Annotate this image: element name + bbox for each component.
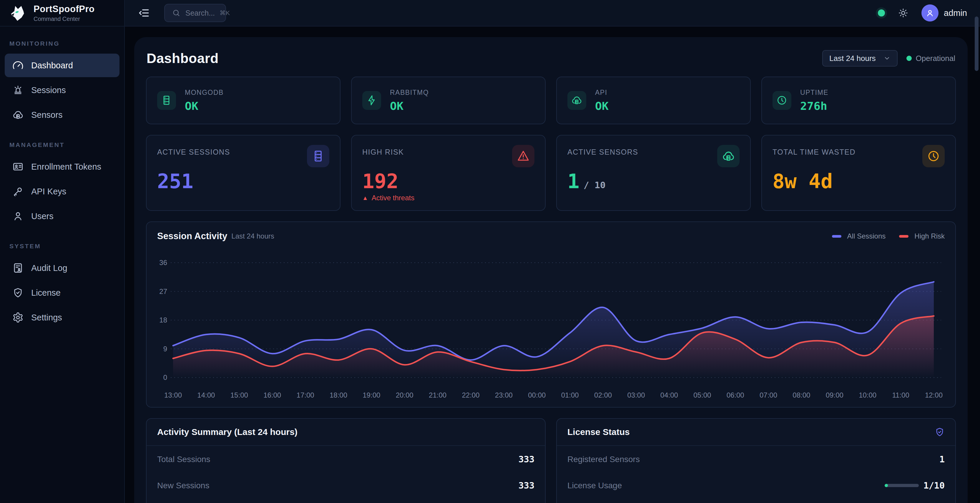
- legend-high-risk-label: High Risk: [914, 232, 945, 240]
- audit-log-icon: [12, 262, 24, 274]
- svg-text:09:00: 09:00: [826, 391, 843, 399]
- sidebar-item-api-keys[interactable]: API Keys: [5, 180, 119, 203]
- stat-label: ACTIVE SENSORS: [567, 145, 638, 156]
- service-label: API: [595, 89, 609, 97]
- chart-legend: All Sessions High Risk: [832, 232, 945, 240]
- search-box[interactable]: ⌘K: [164, 4, 226, 22]
- table-row: New Sessions 333: [146, 472, 545, 498]
- sidebar-item-label: Sensors: [31, 110, 62, 120]
- shield-check-icon: [12, 287, 24, 298]
- sidebar-item-settings[interactable]: Settings: [5, 306, 119, 329]
- collapse-sidebar-icon: [138, 7, 150, 19]
- user-icon: [12, 211, 24, 222]
- time-range-select[interactable]: Last 24 hours: [822, 50, 897, 67]
- sidebar-item-label: Dashboard: [31, 61, 73, 70]
- id-card-icon: [12, 161, 24, 172]
- username: admin: [944, 8, 967, 18]
- shield-check-icon: [935, 427, 945, 437]
- chart-subtitle: Last 24 hours: [231, 232, 274, 240]
- table-row: License Usage 1/10: [557, 472, 955, 498]
- service-card-api: API OK: [556, 77, 751, 124]
- svg-text:07:00: 07:00: [760, 391, 777, 399]
- stat-label: HIGH RISK: [362, 145, 404, 156]
- server-icon: [307, 145, 329, 167]
- brand-subtitle: Command Center: [33, 16, 95, 22]
- sidebar-collapse-button[interactable]: [138, 7, 150, 19]
- main-area: ⌘K admin Dashboard: [125, 0, 980, 503]
- activity-summary-card: Activity Summary (Last 24 hours) Total S…: [146, 418, 546, 503]
- table-row: High Risk 192: [146, 498, 545, 503]
- svg-text:19:00: 19:00: [363, 391, 380, 399]
- sidebar-item-users[interactable]: Users: [5, 204, 119, 228]
- cloud-server-icon: [717, 145, 740, 167]
- stat-label: ACTIVE SESSIONS: [157, 145, 230, 156]
- siren-icon: [12, 85, 24, 96]
- sidebar: PortSpoofPro Command Center MONITORING D…: [0, 0, 125, 503]
- sun-icon: [898, 8, 908, 18]
- svg-text:0: 0: [163, 374, 167, 382]
- search-shortcut-hint: ⌘K: [220, 10, 230, 16]
- license-status-title: License Status: [567, 427, 630, 437]
- stat-card-time-wasted: TOTAL TIME WASTED 8w 4d: [761, 135, 956, 211]
- search-icon: [172, 8, 181, 18]
- time-range-value: Last 24 hours: [829, 54, 876, 63]
- svg-text:02:00: 02:00: [594, 391, 612, 399]
- service-card-mongodb: MONGODB OK: [146, 77, 340, 124]
- operational-status: Operational: [907, 54, 955, 63]
- stat-card-active-sessions: ACTIVE SESSIONS 251: [146, 135, 340, 211]
- alert-triangle-icon: [512, 145, 535, 167]
- sidebar-item-dashboard[interactable]: Dashboard: [5, 54, 119, 77]
- user-menu[interactable]: admin: [921, 5, 967, 21]
- sidebar-item-sessions[interactable]: Sessions: [5, 78, 119, 102]
- stat-value: 8w 4d: [773, 171, 833, 192]
- legend-all-sessions-label: All Sessions: [847, 232, 886, 240]
- svg-text:18: 18: [159, 316, 167, 324]
- theme-toggle-button[interactable]: [898, 8, 908, 18]
- service-value: OK: [390, 99, 429, 112]
- brand: PortSpoofPro Command Center: [0, 0, 124, 27]
- svg-text:23:00: 23:00: [495, 391, 513, 399]
- database-icon: [157, 91, 176, 110]
- clock-icon: [773, 91, 791, 110]
- table-row: Total Sessions 333: [146, 446, 545, 472]
- legend-high-risk-swatch: [899, 235, 908, 238]
- stat-card-high-risk: HIGH RISK 192 ▲ Active threats: [351, 135, 546, 211]
- clock-icon: [922, 145, 945, 167]
- active-threats-note: ▲ Active threats: [362, 194, 414, 202]
- operational-dot: [907, 56, 912, 61]
- svg-text:16:00: 16:00: [263, 391, 281, 399]
- sidebar-item-license[interactable]: License: [5, 281, 119, 305]
- sidebar-item-label: Users: [31, 211, 54, 221]
- service-card-rabbitmq: RABBITMQ OK: [351, 77, 546, 124]
- svg-text:13:00: 13:00: [164, 391, 182, 399]
- svg-text:03:00: 03:00: [627, 391, 645, 399]
- svg-text:05:00: 05:00: [694, 391, 711, 399]
- license-status-card: License Status Registered Sensors 1 Lice…: [556, 418, 956, 503]
- stat-label: TOTAL TIME WASTED: [773, 145, 856, 156]
- svg-text:17:00: 17:00: [297, 391, 314, 399]
- sidebar-item-enrollment-tokens[interactable]: Enrollment Tokens: [5, 155, 119, 179]
- stat-value: 1: [567, 171, 579, 192]
- service-value: OK: [185, 99, 224, 112]
- svg-text:10:00: 10:00: [859, 391, 877, 399]
- sidebar-item-label: Enrollment Tokens: [31, 162, 101, 172]
- chevron-down-icon: [883, 55, 891, 62]
- table-row: Registered Sensors 1: [557, 446, 955, 472]
- gear-icon: [12, 312, 24, 323]
- service-card-uptime: UPTIME 276h: [761, 77, 956, 124]
- svg-text:12:00: 12:00: [925, 391, 943, 399]
- sidebar-section-monitoring: MONITORING: [0, 27, 124, 53]
- svg-text:01:00: 01:00: [561, 391, 579, 399]
- license-usage-fill: [885, 484, 888, 487]
- sidebar-item-audit-log[interactable]: Audit Log: [5, 256, 119, 280]
- triangle-up-icon: ▲: [362, 195, 368, 201]
- scrollbar-thumb[interactable]: [975, 16, 978, 71]
- svg-text:21:00: 21:00: [429, 391, 447, 399]
- operational-label: Operational: [916, 54, 955, 63]
- svg-text:15:00: 15:00: [231, 391, 248, 399]
- search-input[interactable]: [185, 9, 215, 18]
- sidebar-item-sensors[interactable]: Sensors: [5, 103, 119, 127]
- svg-text:20:00: 20:00: [396, 391, 414, 399]
- sidebar-section-management: MANAGEMENT: [0, 128, 124, 154]
- legend-all-sessions-swatch: [832, 235, 842, 238]
